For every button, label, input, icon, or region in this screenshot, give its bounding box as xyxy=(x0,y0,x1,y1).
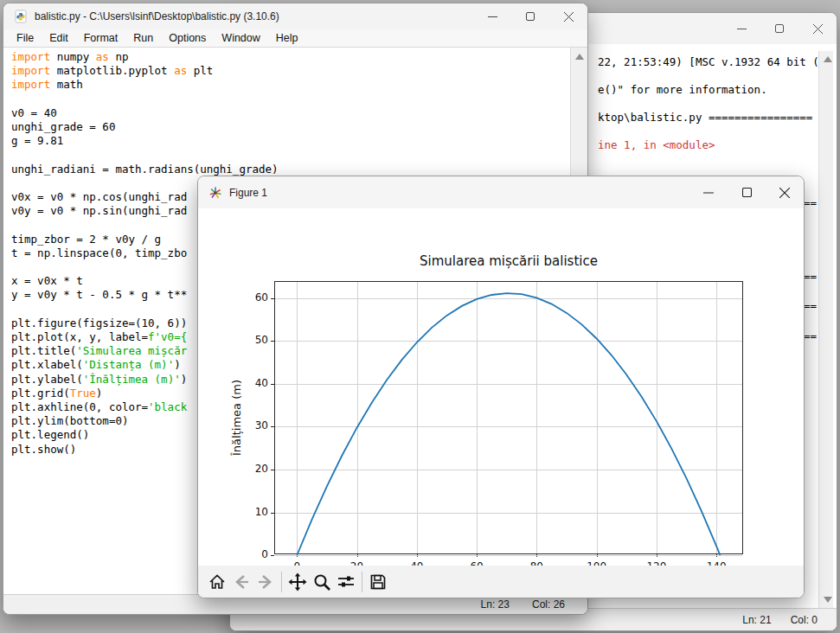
figure-toolbar xyxy=(198,566,804,598)
code-line: plt.ylim(bottom=0) xyxy=(11,414,128,428)
scroll-up-icon[interactable] xyxy=(575,54,584,60)
code-line: plt.plot(x, y, label=f'v0={ xyxy=(11,330,187,344)
tick-mark xyxy=(271,470,274,470)
code-line: plt.ylabel('Înălțimea (m)') xyxy=(11,373,187,387)
tick-mark xyxy=(271,384,274,385)
shell-output-line: ine 1, in <module> xyxy=(598,138,715,151)
tick-mark xyxy=(271,298,274,299)
y-tick-label: 10 xyxy=(234,506,268,518)
shell-maximize-button[interactable] xyxy=(760,13,798,44)
shell-output-line: 22, 21:53:49) [MSC v.1932 64 bit ( xyxy=(598,55,818,68)
tick-mark xyxy=(271,555,274,556)
y-tick-label: 60 xyxy=(234,291,268,304)
back-button[interactable] xyxy=(229,569,253,595)
menu-item-options[interactable]: Options xyxy=(161,30,214,46)
toolbar-separator xyxy=(281,572,282,592)
menu-item-file[interactable]: File xyxy=(9,30,42,46)
plot-canvas[interactable]: Simularea mișcării balistice Înălțimea (… xyxy=(198,208,804,567)
editor-close-button[interactable] xyxy=(549,3,587,29)
code-line: y = v0y * t - 0.5 * g * t** xyxy=(11,288,187,302)
editor-col-indicator: Col: 26 xyxy=(532,598,565,611)
y-tick-label: 50 xyxy=(234,334,268,346)
shell-scrollbar[interactable] xyxy=(818,51,833,608)
menu-item-format[interactable]: Format xyxy=(76,30,126,46)
shell-line-indicator: Ln: 21 xyxy=(742,614,771,626)
plot-title: Simularea mișcării balistice xyxy=(274,253,743,269)
code-line: v0 = 40 xyxy=(11,106,57,120)
code-line: x = v0x * t xyxy=(11,274,83,288)
shell-output-line: e()" for more information. xyxy=(598,83,767,96)
y-tick-label: 20 xyxy=(234,463,268,475)
editor-titlebar[interactable]: balistic.py - C:\Users\lsinf\Desktop\bal… xyxy=(3,3,587,29)
pan-button[interactable] xyxy=(285,569,310,595)
scroll-down-icon[interactable] xyxy=(824,597,832,603)
y-tick-label: 30 xyxy=(234,419,268,432)
scroll-up-icon[interactable] xyxy=(824,56,832,62)
code-line: v0y = v0 * np.sin(unghi_rad xyxy=(11,204,187,218)
code-line: g = 9.81 xyxy=(11,134,63,148)
plot-ylabel: Înălțimea (m) xyxy=(230,380,243,456)
forward-button[interactable] xyxy=(253,569,278,595)
figure-minimize-button[interactable] xyxy=(689,176,728,208)
editor-minimize-button[interactable] xyxy=(473,3,511,29)
gridline xyxy=(275,555,742,556)
code-line: import numpy as np xyxy=(11,50,128,64)
save-button[interactable] xyxy=(366,569,390,595)
python-file-icon xyxy=(14,10,28,23)
editor-maximize-button[interactable] xyxy=(511,3,549,29)
figure-titlebar[interactable]: Figure 1 xyxy=(198,176,804,208)
tick-mark xyxy=(271,426,274,427)
zoom-button[interactable] xyxy=(310,569,334,595)
code-line: plt.axhline(0, color='black xyxy=(11,400,187,414)
menu-item-edit[interactable]: Edit xyxy=(42,30,76,46)
home-button[interactable] xyxy=(205,569,229,595)
menu-item-window[interactable]: Window xyxy=(214,30,267,46)
shell-col-indicator: Col: 0 xyxy=(791,614,818,626)
figure-maximize-button[interactable] xyxy=(728,176,766,208)
menu-item-run[interactable]: Run xyxy=(125,30,161,46)
plot-axes: 0204060801001201400102030405060 v0=40 m/… xyxy=(274,281,743,554)
code-line: timp_zbor = 2 * v0y / g xyxy=(11,233,161,246)
editor-menubar: FileEditFormatRunOptionsWindowHelp xyxy=(3,29,587,48)
code-line: plt.legend() xyxy=(11,428,89,442)
code-line: import matplotlib.pyplot as plt xyxy=(11,64,213,78)
shell-output-line: ktop\balistic.py ================ xyxy=(598,111,812,124)
code-line: plt.xlabel('Distanța (m)') xyxy=(11,358,181,372)
menu-item-help[interactable]: Help xyxy=(268,30,306,46)
code-line: v0x = v0 * np.cos(unghi_rad xyxy=(11,190,187,204)
y-tick-label: 40 xyxy=(234,377,268,389)
shell-minimize-button[interactable] xyxy=(722,13,760,44)
code-line: plt.figure(figsize=(10, 6)) xyxy=(11,316,187,330)
code-line: import math xyxy=(11,78,83,92)
toolbar-separator xyxy=(362,572,362,592)
code-line: unghi_radiani = math.radians(unghi_grade… xyxy=(11,163,279,176)
code-line: plt.title('Simularea mișcăr xyxy=(11,344,187,358)
code-line: plt.show() xyxy=(11,443,76,457)
matplotlib-icon xyxy=(208,186,222,200)
code-line: unghi_grade = 60 xyxy=(11,120,115,134)
editor-window-title: balistic.py - C:\Users\lsinf\Desktop\bal… xyxy=(35,10,279,22)
code-line: t = np.linspace(0, timp_zbo xyxy=(11,246,187,260)
code-line: plt.grid(True) xyxy=(11,387,102,400)
tick-mark xyxy=(271,341,274,342)
figure-window[interactable]: Figure 1 Simularea mișcării balistice În… xyxy=(197,176,805,598)
tick-mark xyxy=(271,513,274,514)
y-tick-label: 0 xyxy=(234,548,268,560)
figure-window-title: Figure 1 xyxy=(229,187,267,199)
shell-close-button[interactable] xyxy=(798,13,837,44)
subplots-button[interactable] xyxy=(334,569,358,595)
figure-close-button[interactable] xyxy=(766,176,804,208)
editor-line-indicator: Ln: 23 xyxy=(481,598,510,611)
trajectory-curve xyxy=(275,282,744,555)
